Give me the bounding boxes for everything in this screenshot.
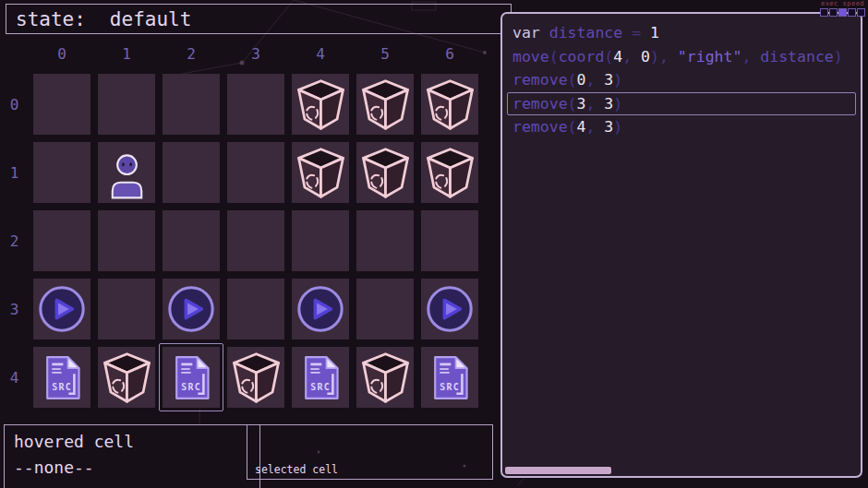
grid-cell-2-4[interactable]: SRC [163,347,220,408]
grid-cell-2-3[interactable] [163,279,220,339]
row-label-3: 3 [3,279,26,339]
grid-cell-4-0[interactable] [292,74,349,135]
exec-speed-level-1[interactable] [829,8,838,17]
selected-cell-title: selected cell [255,461,485,478]
exec-speed-levels [820,8,865,17]
grid-cell-6-2[interactable] [421,210,478,271]
trash-bin-icon [229,351,283,405]
grid-cell-3-3[interactable] [227,279,284,339]
row-label-0: 0 [3,74,26,135]
grid-cell-3-0[interactable] [227,74,284,135]
grid-cell-1-4[interactable] [98,347,155,408]
hovered-cell-value: --none-- [14,455,250,481]
state-label: state: [16,8,86,30]
hovered-cell-panel: hovered cell --none-- [4,424,260,488]
col-label-3: 3 [227,42,284,66]
code-line: var distance = 1 [507,21,856,45]
col-label-0: 0 [33,42,90,66]
grid-cell-5-2[interactable] [356,210,414,271]
grid-cell-6-4[interactable]: SRC [421,347,478,408]
state-panel: state: default [6,4,512,34]
code-scrollbar-thumb[interactable] [505,467,611,474]
grid-cell-4-1[interactable] [292,142,349,203]
trash-bin-icon [358,351,413,405]
grid-cell-0-3[interactable] [33,279,90,339]
grid-cell-4-3[interactable] [292,279,349,339]
code-line: remove(0, 3) [507,68,856,92]
grid-cell-5-1[interactable] [356,142,414,203]
trash-bin-icon [358,146,413,200]
grid-cell-0-4[interactable]: SRC [33,347,90,408]
trash-bin-icon [423,77,477,132]
exec-speed-level-4[interactable] [857,8,865,17]
grid-cell-2-0[interactable] [163,74,220,135]
grid-cell-6-1[interactable] [421,142,478,203]
grid-cell-4-2[interactable] [292,210,349,271]
person-icon [102,150,151,199]
src-file-icon: SRC [425,352,476,403]
play-icon [424,283,476,335]
grid-cell-0-0[interactable] [33,74,90,135]
svg-text:SRC: SRC [310,382,331,392]
svg-text:SRC: SRC [181,382,201,392]
grid-cell-5-4[interactable] [356,347,414,408]
grid-cell-3-1[interactable] [227,142,284,203]
grid-cell-1-3[interactable] [98,279,155,339]
col-label-6: 6 [421,42,478,66]
grid-cell-0-1[interactable] [33,142,90,203]
svg-text:SRC: SRC [52,382,72,392]
exec-speed-label: exec speed [820,0,865,7]
grid-cell-3-2[interactable] [227,210,284,271]
trash-bin-icon [294,77,348,132]
col-label-5: 5 [356,42,414,66]
grid-cell-3-4[interactable] [227,347,284,408]
trash-bin-icon [294,146,348,200]
grid-cell-1-2[interactable] [98,210,155,271]
grid-cell-2-2[interactable] [163,210,220,271]
col-label-1: 1 [98,42,155,66]
exec-speed-level-3[interactable] [848,8,856,17]
play-icon [165,283,217,335]
code-line-highlighted: remove(3, 3) [507,92,856,116]
trash-bin-icon [423,146,477,200]
play-icon [36,283,88,335]
src-file-icon: SRC [37,352,88,403]
code-scrollbar[interactable] [505,467,858,474]
src-file-icon: SRC [166,352,217,403]
row-label-4: 4 [3,347,26,408]
col-label-2: 2 [163,42,220,66]
trash-bin-icon [358,77,413,132]
hovered-cell-title: hovered cell [14,429,250,455]
grid-corner [3,42,26,66]
trash-bin-icon [100,351,154,405]
row-label-2: 2 [3,210,26,271]
exec-speed-widget: exec speed [820,0,865,17]
play-icon [295,283,346,335]
code-lines: var distance = 1move(coord(4, 0), "right… [507,21,856,139]
grid-cell-1-0[interactable] [98,74,155,135]
row-label-1: 1 [3,142,26,203]
grid-cell-5-3[interactable] [356,279,414,339]
exec-speed-level-2[interactable] [838,8,847,17]
state-value: default [110,8,192,30]
code-panel[interactable]: var distance = 1move(coord(4, 0), "right… [500,12,862,478]
code-line: move(coord(4, 0), "right", distance) [507,45,856,69]
svg-text:SRC: SRC [440,382,460,392]
grid-cell-6-0[interactable] [421,74,478,135]
grid-board: 01234560 1 23 4 SRC SRC SRC SRC [3,42,478,408]
src-file-icon: SRC [295,352,346,403]
grid-cell-4-4[interactable]: SRC [292,347,349,408]
code-line: remove(4, 3) [507,115,856,139]
grid-cell-2-1[interactable] [163,142,220,203]
grid-cell-1-1[interactable] [98,142,155,203]
col-label-4: 4 [292,42,349,66]
grid-cell-6-3[interactable] [421,279,478,339]
grid-cell-0-2[interactable] [33,210,90,271]
grid-cell-5-0[interactable] [356,74,414,135]
exec-speed-level-0[interactable] [820,8,828,17]
selected-cell-panel: selected cell pos: (2, 4) type: prog [247,424,493,480]
